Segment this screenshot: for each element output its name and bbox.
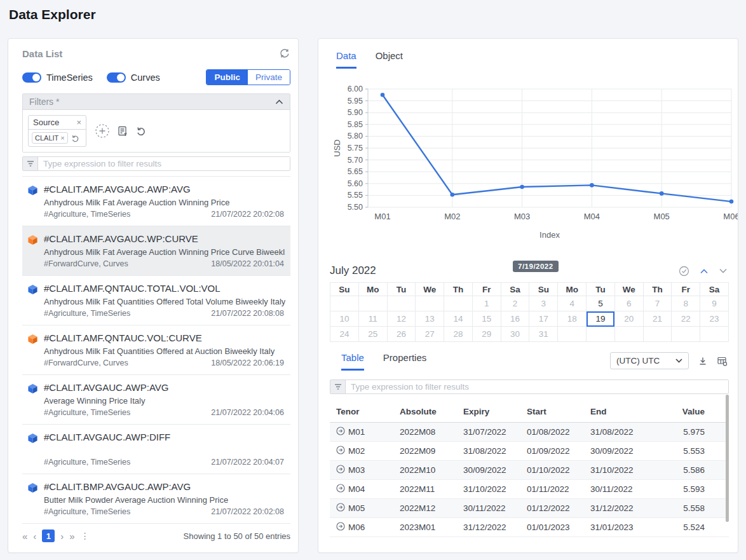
table-cell: 2022M08 (393, 423, 457, 442)
calendar-weekday-header: Su (330, 283, 359, 296)
table-column-header[interactable]: Expiry (457, 401, 520, 423)
undo-chip-icon[interactable] (71, 134, 79, 142)
calendar-day-cell[interactable]: 1 (472, 296, 501, 311)
table-row[interactable]: M012022M0831/07/202201/08/202231/08/2022… (330, 423, 729, 442)
timezone-selected-value: (UTC) UTC (616, 356, 660, 365)
table-row[interactable]: M062023M0131/12/202201/01/202331/01/2023… (330, 518, 729, 537)
curves-toggle[interactable] (107, 72, 126, 83)
first-page-icon[interactable]: « (22, 531, 27, 542)
table-settings-icon[interactable] (717, 356, 728, 366)
table-cell: 30/09/2022 (457, 461, 520, 480)
calendar-day-cell[interactable]: 20 (614, 311, 643, 327)
calendar-day-cell[interactable]: 27 (416, 327, 444, 342)
calendar-prev-chevron-up-icon[interactable] (700, 268, 709, 274)
calendar-day-cell[interactable]: 12 (387, 311, 416, 327)
calendar-day-cell[interactable]: 16 (501, 311, 529, 327)
timeseries-toggle[interactable] (22, 72, 41, 83)
calendar-day-cell[interactable]: 31 (529, 327, 558, 342)
timeseries-cube-icon (27, 433, 38, 446)
tab-data[interactable]: Data (336, 50, 356, 69)
list-item[interactable]: #CLALIT.AVGAUC.AWP:DIFF#Agriculture, Tim… (22, 425, 290, 474)
tenor-arrow-icon (336, 484, 345, 495)
calendar-day-cell[interactable]: 7 (643, 296, 672, 311)
list-filter-input[interactable] (38, 157, 290, 170)
calendar-day-cell[interactable]: 26 (387, 327, 416, 342)
table-column-header[interactable]: Absolute (393, 401, 457, 423)
calendar-day-cell[interactable]: 6 (614, 296, 643, 311)
calendar-day-cell[interactable]: 18 (558, 311, 587, 327)
timeseries-cube-icon (27, 284, 38, 297)
calendar-day-cell[interactable]: 4 (558, 296, 587, 311)
svg-text:5.55: 5.55 (348, 191, 363, 200)
svg-text:5.50: 5.50 (348, 203, 363, 212)
tab-properties[interactable]: Properties (383, 352, 426, 371)
calendar-weekday-header: Tu (587, 283, 615, 296)
calendar-day-cell[interactable]: 10 (330, 311, 359, 327)
refresh-icon[interactable] (279, 48, 290, 59)
list-item[interactable]: #CLALIT.AMF.QNTAUC.VOL:CURVEAnhydrous Mi… (22, 325, 290, 375)
calendar-day-cell[interactable]: 29 (472, 327, 501, 342)
calendar-day-cell[interactable]: 13 (416, 311, 444, 327)
item-subtitle: Butter Milk Powder Average Auction Winni… (44, 495, 285, 505)
table-column-header[interactable]: Tenor (330, 401, 393, 423)
table-row[interactable]: M032022M1030/09/202201/10/202231/10/2022… (330, 461, 729, 480)
calendar-day-cell[interactable]: 21 (643, 311, 672, 327)
reset-filters-icon[interactable] (136, 126, 146, 136)
download-icon[interactable] (698, 356, 708, 366)
tab-table[interactable]: Table (341, 352, 364, 371)
calendar-day-cell[interactable]: 11 (358, 311, 387, 327)
calendar-next-chevron-down-icon[interactable] (719, 268, 728, 274)
list-item[interactable]: #CLALIT.AVGAUC.AWP:AVGAverage Winning Pr… (22, 375, 290, 425)
calendar-day-cell[interactable]: 25 (358, 327, 387, 342)
value-cell: 5.558 (659, 499, 729, 518)
calendar-check-icon[interactable] (679, 266, 689, 277)
calendar-day-cell[interactable]: 30 (501, 327, 529, 342)
add-filter-icon[interactable] (95, 123, 110, 139)
collapse-chevron-up-icon[interactable] (275, 99, 283, 105)
svg-text:M05: M05 (654, 212, 670, 221)
calendar-day-cell[interactable]: 22 (672, 311, 700, 327)
table-column-header[interactable]: Start (520, 401, 584, 423)
table-row[interactable]: M052022M1230/11/202201/12/202231/12/2022… (330, 499, 729, 518)
calendar-day-cell[interactable]: 8 (672, 296, 700, 311)
table-filter-input[interactable] (346, 380, 728, 393)
pagination-menu-icon[interactable]: ⋮ (81, 531, 90, 541)
private-button[interactable]: Private (248, 70, 290, 85)
table-column-header[interactable]: Value (659, 401, 729, 423)
remove-source-filter-icon[interactable]: × (76, 118, 81, 126)
calendar-empty-cell (587, 327, 615, 342)
calendar-day-cell[interactable]: 15 (472, 311, 501, 327)
public-button[interactable]: Public (207, 70, 248, 85)
prev-page-icon[interactable]: ‹ (33, 531, 36, 542)
calendar-day-cell[interactable]: 19 (587, 311, 615, 327)
table-cell: 01/08/2022 (520, 423, 584, 442)
remove-chip-icon[interactable]: × (60, 135, 64, 142)
calendar-day-cell[interactable]: 9 (700, 296, 729, 311)
table-column-header[interactable]: End (584, 401, 659, 423)
calendar-day-cell[interactable]: 5 (587, 296, 615, 311)
list-item[interactable]: #CLALIT.AMF.AVGAUC.AWP:AVGAnhydrous Milk… (22, 177, 290, 226)
calendar-day-cell[interactable]: 23 (700, 311, 729, 327)
tab-object[interactable]: Object (376, 50, 403, 69)
calendar-day-cell[interactable]: 14 (444, 311, 473, 327)
next-page-icon[interactable]: › (60, 531, 64, 542)
list-item[interactable]: #CLALIT.AMF.AVGAUC.WP:CURVEAnhydrous Mil… (22, 226, 290, 276)
table-row[interactable]: M042022M1131/10/202201/11/202230/11/2022… (330, 480, 729, 499)
calendar-weekday-header: Th (444, 283, 473, 296)
current-page-button[interactable]: 1 (42, 529, 55, 542)
item-timestamp: 21/07/2022 20:02:08 (211, 210, 284, 219)
svg-text:M02: M02 (444, 212, 460, 221)
filters-header[interactable]: Filters * (23, 94, 290, 110)
list-item[interactable]: #CLALIT.BMP.AVGAUC.AWP:AVGButter Milk Po… (22, 474, 290, 524)
calendar-day-cell[interactable]: 17 (529, 311, 558, 327)
last-page-icon[interactable]: » (69, 531, 74, 542)
timezone-select[interactable]: (UTC) UTC (610, 352, 689, 369)
table-scrollbar[interactable] (726, 395, 729, 522)
calendar-day-cell[interactable]: 28 (444, 327, 473, 342)
calendar-day-cell[interactable]: 2 (501, 296, 529, 311)
table-row[interactable]: M022022M0931/08/202201/09/202230/09/2022… (330, 442, 729, 461)
calendar-day-cell[interactable]: 3 (529, 296, 558, 311)
list-item[interactable]: #CLALIT.AMF.QNTAUC.TOTAL.VOL:VOLAnhydrou… (22, 276, 290, 325)
calendar-day-cell[interactable]: 24 (330, 327, 359, 342)
filter-list-icon[interactable] (117, 125, 129, 137)
